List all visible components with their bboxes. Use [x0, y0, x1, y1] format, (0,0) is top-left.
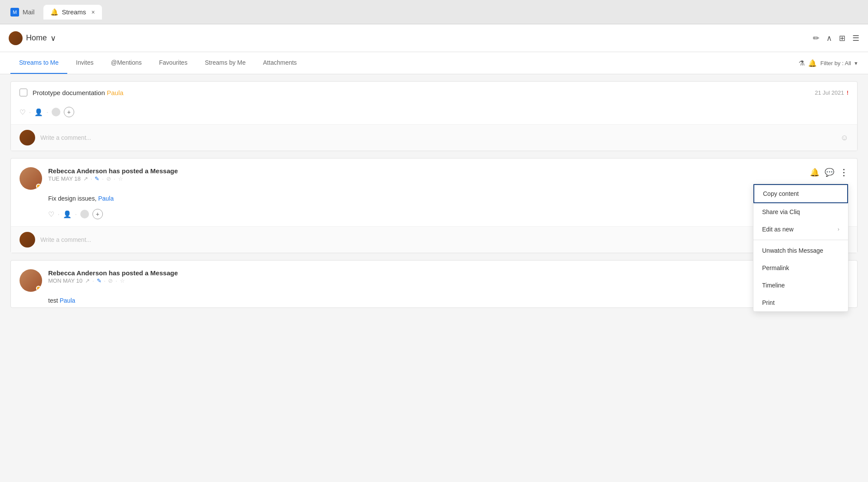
filter-clear-icon[interactable]: 🔔	[808, 59, 817, 67]
context-menu-print[interactable]: Print	[753, 294, 848, 311]
context-menu-share-cliq[interactable]: Share via Cliq	[753, 203, 848, 221]
star-icon-1[interactable]: ☆	[118, 175, 123, 182]
external-link-icon-1[interactable]: ↗	[83, 175, 88, 182]
message-card-2: Rebecca Anderson has posted a Message MO…	[10, 260, 858, 308]
more-icon-1[interactable]: ⋮	[839, 167, 848, 178]
tab-close-button[interactable]: ×	[91, 9, 95, 16]
filter-chevron-icon[interactable]: ▾	[855, 60, 858, 66]
comment-avatar-image-msg1	[20, 232, 35, 248]
edit-icon-2[interactable]: ✎	[97, 277, 102, 284]
shield-icon-2[interactable]: ⊘	[108, 277, 113, 284]
tab-navigation: Streams to Me Invites @Mentions Favourit…	[0, 52, 868, 74]
message-subtitle-1: TUE MAY 18 ↗ · ✎ · ⊘ · ☆	[48, 175, 804, 182]
context-menu-unwatch[interactable]: Unwatch this Message	[753, 242, 848, 259]
home-button[interactable]: Home ∨	[9, 31, 56, 45]
alarm-icon-1[interactable]: 🔔	[810, 168, 819, 177]
home-chevron-icon: ∨	[50, 33, 56, 43]
comment-avatar-image-1	[20, 130, 35, 145]
stream-card-1-date: 21 Jul 2021 !	[815, 89, 848, 96]
comment-icon-1[interactable]: 💬	[825, 168, 834, 177]
online-indicator-2	[36, 286, 41, 291]
main-content: Streams to Me Invites @Mentions Favourit…	[0, 52, 868, 482]
tab-invites[interactable]: Invites	[67, 52, 102, 74]
people-icon[interactable]: 👤	[34, 108, 43, 116]
filter-label[interactable]: Filter by : All	[820, 60, 851, 66]
heart-icon-msg1[interactable]: ♡	[48, 210, 54, 218]
context-menu-copy-content[interactable]: Copy content	[753, 184, 848, 203]
message-card-2-header: Rebecca Anderson has posted a Message MO…	[11, 261, 857, 292]
comment-input-1[interactable]: Write a comment...	[40, 134, 835, 141]
shield-icon-1[interactable]: ⊘	[106, 175, 111, 182]
online-indicator-1	[36, 184, 41, 189]
stream-card-1-title: Prototype documentation Paula	[33, 89, 123, 96]
tab-streams-by-me[interactable]: Streams by Me	[196, 52, 254, 74]
context-menu-edit-as-new[interactable]: Edit as new ›	[753, 221, 848, 238]
stream-card-1-comment-area: Write a comment... ☺	[11, 124, 857, 151]
streams-container: Prototype documentation Paula 21 Jul 202…	[0, 74, 868, 315]
message-meta-2: Rebecca Anderson has posted a Message MO…	[48, 269, 804, 284]
mention-1[interactable]: Paula	[98, 195, 114, 202]
tab-attachments[interactable]: Attachments	[254, 52, 306, 74]
mention-2[interactable]: Paula	[59, 297, 75, 304]
mail-icon: M	[10, 8, 19, 17]
home-label: Home	[26, 33, 47, 43]
stream-card-1-checkbox[interactable]	[20, 89, 27, 96]
message-icons-right-1: 🔔 💬 ⋮	[810, 167, 848, 178]
collapse-icon[interactable]: ∧	[826, 33, 832, 43]
message-card-1-header: Rebecca Anderson has posted a Message TU…	[11, 158, 857, 190]
message-body-1: Fix design issues, Paula	[11, 190, 857, 205]
avatar-icon-1	[52, 108, 60, 116]
external-link-icon-2[interactable]: ↗	[85, 277, 90, 284]
message-author-2: Rebecca Anderson has posted a Message	[48, 269, 804, 277]
stream-card-1-actions: ♡ · 👤 · +	[11, 103, 857, 124]
context-menu-timeline[interactable]: Timeline	[753, 277, 848, 294]
emoji-icon-1[interactable]: ☺	[841, 133, 848, 142]
add-people-button-msg1[interactable]: +	[92, 209, 103, 219]
edit-icon-1[interactable]: ✎	[95, 175, 99, 182]
tab-streams-to-me[interactable]: Streams to Me	[10, 52, 67, 74]
people-icon-msg1[interactable]: 👤	[63, 210, 72, 218]
context-menu: Copy content Share via Cliq Edit as new …	[753, 184, 848, 312]
message-author-1: Rebecca Anderson has posted a Message	[48, 167, 804, 175]
message-actions-1: ♡ · 👤 · +	[11, 205, 857, 226]
stream-card-1: Prototype documentation Paula 21 Jul 202…	[10, 81, 858, 151]
tab-mail-label: Mail	[23, 8, 35, 16]
message-avatar-2	[20, 269, 42, 292]
comment-input-msg1[interactable]: Write a comment...	[40, 236, 835, 243]
tab-favourites[interactable]: Favourites	[151, 52, 196, 74]
user-avatar	[9, 31, 23, 45]
context-menu-divider	[753, 240, 848, 240]
star-icon-2[interactable]: ☆	[120, 277, 125, 284]
tab-mentions[interactable]: @Mentions	[102, 52, 151, 74]
message-card-1: Rebecca Anderson has posted a Message TU…	[10, 158, 858, 253]
heart-icon[interactable]: ♡	[20, 108, 26, 116]
grid-icon[interactable]: ⊞	[839, 33, 845, 43]
filter-icon[interactable]: ⚗	[799, 59, 805, 67]
message-subtitle-2: MON MAY 10 ↗ · ✎ · ⊘ · ☆	[48, 277, 804, 284]
tab-nav-right: ⚗ 🔔 Filter by : All ▾	[799, 59, 858, 67]
tab-streams[interactable]: 🔔 Streams ×	[43, 5, 102, 20]
tab-bar: M Mail 🔔 Streams ×	[0, 0, 868, 24]
stream-card-1-header: Prototype documentation Paula 21 Jul 202…	[11, 82, 857, 103]
message-body-2: test Paula	[11, 292, 857, 307]
toolbar-right: ✏ ∧ ⊞ ☰	[813, 33, 859, 43]
message-avatar-1	[20, 167, 42, 190]
add-people-button-1[interactable]: +	[64, 107, 74, 117]
edit-as-new-chevron: ›	[838, 226, 839, 232]
comment-avatar-1	[20, 130, 35, 145]
dot-1: ·	[29, 109, 31, 116]
compose-icon[interactable]: ✏	[813, 33, 819, 43]
dot-2: ·	[46, 109, 48, 116]
toolbar: Home ∨ ✏ ∧ ⊞ ☰	[0, 24, 868, 52]
avatar-icon-msg1	[80, 210, 89, 218]
stream-card-1-author: Paula	[107, 89, 123, 96]
context-menu-permalink[interactable]: Permalink	[753, 259, 848, 277]
alert-icon: !	[847, 89, 848, 96]
tab-mail[interactable]: M Mail	[3, 4, 42, 20]
comment-avatar-msg1	[20, 232, 35, 248]
avatar-image	[9, 31, 23, 45]
message-card-1-comment-area: Write a comment... ☺	[11, 226, 857, 253]
menu-icon[interactable]: ☰	[852, 33, 859, 43]
tab-streams-label: Streams	[62, 8, 86, 16]
streams-bell-icon: 🔔	[50, 8, 59, 16]
